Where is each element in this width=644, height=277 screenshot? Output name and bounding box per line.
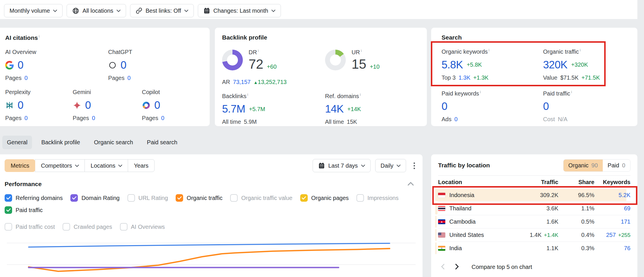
location-row-cambodia[interactable]: Cambodia1.6K0.5%171 xyxy=(438,215,630,228)
location-row-indonesia[interactable]: Indonesia309.2K96.5%5.2K xyxy=(438,188,630,202)
metric-checkbox-group: Referring domainsDomain RatingURL Rating… xyxy=(5,194,418,231)
checkbox-unchecked-icon[interactable] xyxy=(127,194,135,202)
next-page-button[interactable] xyxy=(452,262,462,272)
metric-checkbox-impressions[interactable]: Impressions xyxy=(356,194,399,202)
checkbox-checked-icon[interactable] xyxy=(5,194,12,202)
metric-checkbox-ai-overviews[interactable]: AI Overviews xyxy=(120,223,165,231)
metric-checkbox-organic-traffic-value[interactable]: Organic traffic value xyxy=(230,194,292,202)
info-icon[interactable]: i xyxy=(258,48,259,53)
info-icon[interactable]: i xyxy=(580,48,581,52)
toggle-paid[interactable]: Paid0 xyxy=(603,160,630,171)
date-range-dropdown[interactable]: Last 7 days xyxy=(313,159,370,172)
checkbox-checked-icon[interactable] xyxy=(300,194,308,202)
metric-checkbox-referring-domains[interactable]: Referring domains xyxy=(5,194,63,202)
granularity-dropdown[interactable]: Daily xyxy=(375,159,406,172)
info-icon[interactable]: i xyxy=(247,92,248,97)
backlinks-metric: Backlinksi 5.7M+5.7M All time5.9M xyxy=(222,92,325,126)
tab-general[interactable]: General xyxy=(2,136,32,149)
paid-traffic-value[interactable]: 0 xyxy=(543,100,549,113)
perplexity-metric: Perplexity 0 Pages0 xyxy=(5,89,73,121)
ads-link[interactable]: 0 xyxy=(454,116,457,123)
segment-competitors[interactable]: Competitors xyxy=(35,159,85,172)
checkbox-checked-icon[interactable] xyxy=(176,194,183,202)
copilot-count[interactable]: 0 xyxy=(154,99,160,111)
checkbox-checked-icon[interactable] xyxy=(5,206,12,214)
pages-link[interactable]: 0 xyxy=(25,115,28,121)
chatgpt-count[interactable]: 0 xyxy=(121,59,126,71)
info-icon[interactable]: i xyxy=(489,48,489,52)
metric-checkbox-url-rating[interactable]: URL Rating xyxy=(127,194,168,202)
location-row-india[interactable]: India1.1K0.3%76 xyxy=(438,242,630,255)
tab-organic-search[interactable]: Organic search xyxy=(89,136,138,149)
keywords-link[interactable]: 171 xyxy=(621,218,630,225)
compare-top5-button[interactable]: Compare top 5 on chart xyxy=(472,264,532,270)
pages-link[interactable]: 0 xyxy=(127,75,131,81)
paid-keywords-value[interactable]: 0 xyxy=(442,100,447,113)
segment-metrics[interactable]: Metrics xyxy=(5,159,35,172)
pages-link[interactable]: 0 xyxy=(161,115,164,121)
pages-link[interactable]: 0 xyxy=(25,75,28,81)
backlinks-value[interactable]: 5.7M xyxy=(222,103,245,115)
metric-checkbox-paid-traffic-cost[interactable]: Paid traffic cost xyxy=(5,223,55,231)
chevron-right-icon xyxy=(455,263,459,270)
previous-page-button[interactable] xyxy=(438,262,448,272)
locations-dropdown[interactable]: All locations xyxy=(67,4,126,17)
keywords-link[interactable]: 5.2K xyxy=(619,192,630,198)
info-icon[interactable]: i xyxy=(360,92,361,97)
metric-checkbox-paid-traffic[interactable]: Paid traffic xyxy=(5,206,43,214)
best-links-dropdown[interactable]: Best links: Off xyxy=(130,4,194,17)
info-icon[interactable]: i xyxy=(571,90,572,94)
top3-link[interactable]: 1.3K xyxy=(459,74,470,81)
location-table: Indonesia309.2K96.5%5.2KThailand3.6K1.1%… xyxy=(438,188,630,255)
toggle-organic[interactable]: Organic90 xyxy=(564,160,603,171)
ai-overview-count[interactable]: 0 xyxy=(18,59,23,71)
changes-dropdown[interactable]: Changes: Last month xyxy=(198,4,281,17)
ref-domains-value[interactable]: 14K xyxy=(325,103,343,115)
ar-value-link[interactable]: 73,157 xyxy=(233,79,251,85)
keywords-link[interactable]: 76 xyxy=(624,245,630,251)
gemini-count[interactable]: 0 xyxy=(85,99,91,111)
gemini-metric: Gemini 0 Pages0 xyxy=(73,89,142,121)
keywords-cell: 69 xyxy=(594,205,630,212)
segment-years[interactable]: Years xyxy=(128,159,154,172)
info-icon[interactable]: i xyxy=(39,34,40,38)
chevron-left-icon xyxy=(441,263,445,270)
tab-backlink-profile[interactable]: Backlink profile xyxy=(37,136,85,149)
performance-title: Performance xyxy=(5,181,42,188)
organic-keywords-value[interactable]: 5.8K xyxy=(442,59,463,71)
location-cell: Cambodia xyxy=(438,218,498,225)
checkbox-checked-icon[interactable] xyxy=(70,194,78,202)
organic-traffic-value[interactable]: 320K xyxy=(543,59,567,71)
segment-locations[interactable]: Locations xyxy=(85,159,128,172)
metric-checkbox-crawled-pages[interactable]: Crawled pages xyxy=(63,223,112,231)
pages-link[interactable]: 0 xyxy=(92,115,95,121)
checkbox-unchecked-icon[interactable] xyxy=(63,223,70,231)
keywords-link[interactable]: 257 xyxy=(606,232,616,238)
checkbox-unchecked-icon[interactable] xyxy=(5,223,12,231)
checkbox-unchecked-icon[interactable] xyxy=(120,223,127,231)
info-icon[interactable]: i xyxy=(361,48,362,53)
traffic-by-location-panel: Traffic by location Organic90 Paid0 Loca… xyxy=(431,154,637,277)
monthly-volume-dropdown[interactable]: Monthly volume xyxy=(4,4,63,17)
location-row-united-states[interactable]: United States1.4K+1.4K0.4%257+255 xyxy=(438,228,630,242)
info-icon[interactable]: i xyxy=(480,90,481,94)
tab-paid-search[interactable]: Paid search xyxy=(142,136,182,149)
performance-line-chart[interactable] xyxy=(5,239,418,277)
series-referring-domains xyxy=(29,243,390,247)
more-options-button[interactable] xyxy=(411,160,418,171)
google-icon xyxy=(5,61,14,70)
location-name: Cambodia xyxy=(449,218,476,225)
dr-donut-chart xyxy=(222,50,243,70)
checkbox-unchecked-icon[interactable] xyxy=(356,194,364,202)
collapse-section-button[interactable] xyxy=(408,182,414,187)
chevron-down-icon xyxy=(397,164,401,167)
metric-checkbox-organic-traffic[interactable]: Organic traffic xyxy=(176,194,222,202)
perplexity-count[interactable]: 0 xyxy=(18,99,23,111)
location-row-thailand[interactable]: Thailand3.6K1.1%69 xyxy=(438,202,630,215)
checkbox-label: Crawled pages xyxy=(74,224,112,230)
checkbox-unchecked-icon[interactable] xyxy=(230,194,238,202)
metric-checkbox-domain-rating[interactable]: Domain Rating xyxy=(70,194,119,202)
metric-checkbox-organic-pages[interactable]: Organic pages xyxy=(300,194,349,202)
keywords-link[interactable]: 69 xyxy=(624,205,630,212)
copilot-icon xyxy=(142,101,151,110)
